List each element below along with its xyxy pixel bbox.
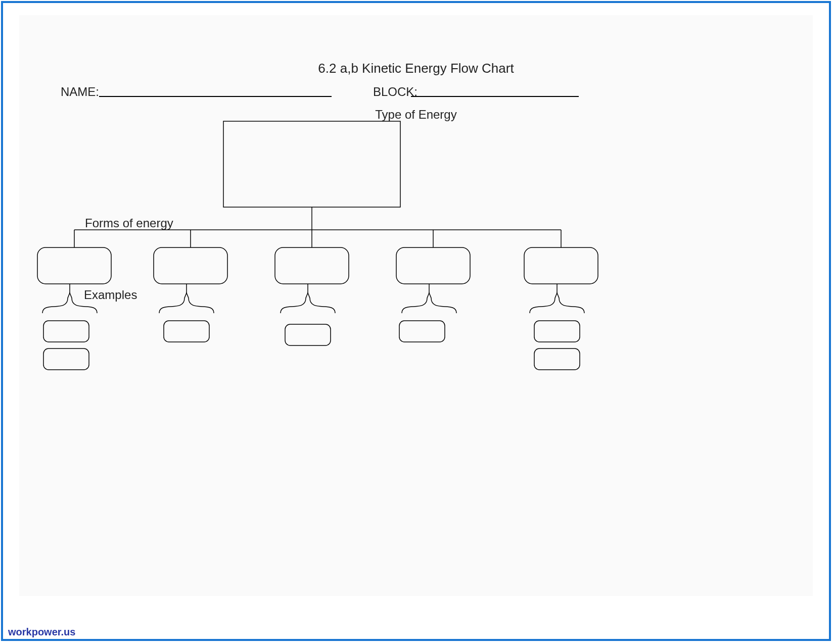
example-box-4a[interactable] bbox=[399, 321, 445, 342]
brace-1 bbox=[42, 293, 97, 313]
brace-4 bbox=[402, 293, 456, 313]
example-box-5a[interactable] bbox=[534, 321, 580, 342]
form-box-1[interactable] bbox=[37, 247, 111, 284]
worksheet-page: 6.2 a,b Kinetic Energy Flow Chart NAME: … bbox=[19, 15, 813, 596]
brace-5 bbox=[530, 293, 584, 313]
brace-2 bbox=[159, 293, 214, 313]
form-box-3[interactable] bbox=[275, 247, 349, 284]
example-box-1b[interactable] bbox=[43, 349, 89, 370]
flowchart-diagram bbox=[19, 15, 813, 596]
brace-3 bbox=[281, 293, 335, 313]
form-box-4[interactable] bbox=[396, 247, 470, 284]
example-box-1a[interactable] bbox=[43, 321, 89, 342]
form-box-2[interactable] bbox=[154, 247, 227, 284]
type-of-energy-box[interactable] bbox=[223, 121, 400, 207]
example-box-2a[interactable] bbox=[164, 321, 209, 342]
example-box-3a[interactable] bbox=[285, 324, 331, 345]
form-box-5[interactable] bbox=[524, 247, 598, 284]
watermark: workpower.us bbox=[8, 626, 75, 638]
example-box-5b[interactable] bbox=[534, 349, 580, 370]
